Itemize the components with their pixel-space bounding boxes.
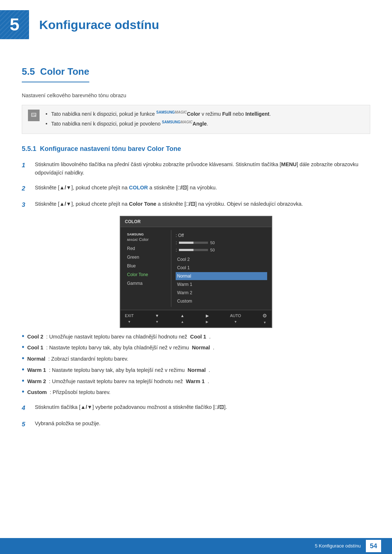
option-cool1: Cool 1 [176, 264, 267, 272]
option-normal-desc: Normal: Zobrazí standardní teplotu barev… [22, 355, 370, 363]
step-text-4: Stisknutím tlačítka [▲/▼] vyberte požado… [35, 403, 227, 411]
slider-val-1: 50 [210, 240, 215, 246]
step-text-5: Vybraná položka se použije. [35, 419, 101, 428]
option-warm2-desc: Warm 2: Umožňuje nastavit teplotu barev … [22, 378, 370, 386]
chapter-number: 5 [10, 16, 20, 33]
note-box: Tato nabídka není k dispozici, pokud je … [22, 105, 370, 134]
btn-auto: AUTO ▼ [230, 313, 241, 324]
btn-right: ▶ ▶ [206, 313, 209, 324]
page-footer: 5 Konfigurace odstínu 54 [0, 538, 392, 554]
chapter-number-box: 5 [0, 10, 29, 39]
option-cool2: Cool 2 [176, 255, 267, 263]
menu-item-red: Red [125, 244, 167, 253]
color-menu-right: : Off : 50 : 50 [171, 230, 271, 307]
svg-rect-3 [32, 115, 34, 116]
color-menu-screenshot: COLOR SAMSUNG MAGIC Color Red Green Blue… [120, 216, 272, 328]
option-warm1: Warm 1 [176, 280, 267, 288]
note-content: Tato nabídka není k dispozici, pokud je … [45, 110, 271, 129]
color-menu-title: COLOR [121, 217, 271, 227]
right-slider-1: : 50 [176, 239, 267, 246]
option-normal: Normal [176, 272, 267, 280]
section-description: Nastavení celkového barevného tónu obraz… [22, 92, 370, 100]
color-menu-body: SAMSUNG MAGIC Color Red Green Blue Color… [121, 227, 271, 310]
subsection-heading: 5.5.1 Konfigurace nastavení tónu barev C… [22, 144, 370, 154]
step-number-3: 3 [22, 200, 30, 210]
note-item-2: Tato nabídka není k dispozici, pokud je … [51, 119, 271, 128]
btn-settings: ⚙ ▼ [262, 312, 267, 325]
menu-item-gamma: Gamma [125, 279, 167, 288]
option-warm1-desc: Warm 1: Nastavte teplotu barvy tak, aby … [22, 366, 370, 374]
step-4: 4 Stisknutím tlačítka [▲/▼] vyberte poža… [22, 403, 370, 413]
step-3: 3 Stiskněte [▲/▼], pokud chcete přejít n… [22, 200, 370, 210]
menu-item-green: Green [125, 253, 167, 262]
svg-rect-1 [32, 114, 36, 114]
menu-item-blue: Blue [125, 262, 167, 270]
right-off: : Off [176, 231, 267, 239]
slider-bar-2 [179, 249, 208, 251]
options-list: Cool 2: Umožňuje nastavit teplotu barev … [22, 333, 370, 397]
step-2: 2 Stiskněte [▲/▼], pokud chcete přejít n… [22, 184, 370, 193]
option-custom-desc: Custom: Přizpůsobí teplotu barev. [22, 389, 370, 397]
section-heading: 5.5 Color Tone [22, 65, 89, 82]
step-number-2: 2 [22, 184, 30, 193]
note-item-1: Tato nabídka není k dispozici, pokud je … [51, 110, 271, 118]
svg-rect-2 [32, 114, 36, 115]
step-number-4: 4 [22, 403, 30, 413]
menu-item-colortone: Color Tone [125, 270, 167, 279]
footer-page-number: 54 [366, 540, 381, 552]
footer-text: 5 Konfigurace odstínu [315, 542, 361, 550]
btn-exit: EXIT ▼ [125, 313, 134, 324]
step-number-5: 5 [22, 420, 30, 429]
step-text-2: Stiskněte [▲/▼], pokud chcete přejít na … [35, 184, 217, 192]
option-warm2: Warm 2 [176, 289, 267, 297]
steps-list: 1 Stisknutím libovolného tlačítka na pře… [22, 160, 370, 209]
btn-up: ▲ ▲ [180, 313, 184, 324]
step-5: 5 Vybraná položka se použije. [22, 419, 370, 429]
chapter-title: Konfigurace odstínu [39, 16, 159, 34]
dropdown-area: Cool 2 Cool 1 Normal Warm 1 Warm 2 Custo… [176, 255, 267, 305]
steps-list-2: 4 Stisknutím tlačítka [▲/▼] vyberte poža… [22, 403, 370, 429]
color-menu-left: SAMSUNG MAGIC Color Red Green Blue Color… [121, 230, 171, 307]
btn-down: ▼ ▼ [155, 313, 159, 324]
step-1: 1 Stisknutím libovolného tlačítka na pře… [22, 160, 370, 177]
step-number-1: 1 [22, 161, 30, 170]
slider-bar-1 [179, 242, 208, 244]
step-text-3: Stiskněte [▲/▼], pokud chcete přejít na … [35, 200, 303, 208]
menu-item-magic-color: SAMSUNG MAGIC Color [125, 231, 167, 244]
color-menu-bottom-bar: EXIT ▼ ▼ ▼ ▲ ▲ ▶ ▶ AUTO ▼ [121, 310, 271, 327]
right-slider-2: : 50 [176, 247, 267, 253]
option-cool2-desc: Cool 2: Umožňuje nastavit teplotu barev … [22, 333, 370, 341]
option-custom: Custom [176, 297, 267, 305]
chapter-header: 5 Konfigurace odstínu [0, 0, 392, 46]
step-text-1: Stisknutím libovolného tlačítka na předn… [35, 160, 370, 177]
section-title: 5.5 Color Tone [22, 65, 89, 79]
option-cool1-desc: Cool 1: Nastavte teplotu barvy tak, aby … [22, 344, 370, 352]
pencil-icon [28, 110, 40, 121]
main-content: 5.5 Color Tone Nastavení celkového barev… [0, 50, 392, 429]
page-container: 5 Konfigurace odstínu 5.5 Color Tone Nas… [0, 0, 392, 554]
slider-val-2: 50 [210, 247, 215, 253]
